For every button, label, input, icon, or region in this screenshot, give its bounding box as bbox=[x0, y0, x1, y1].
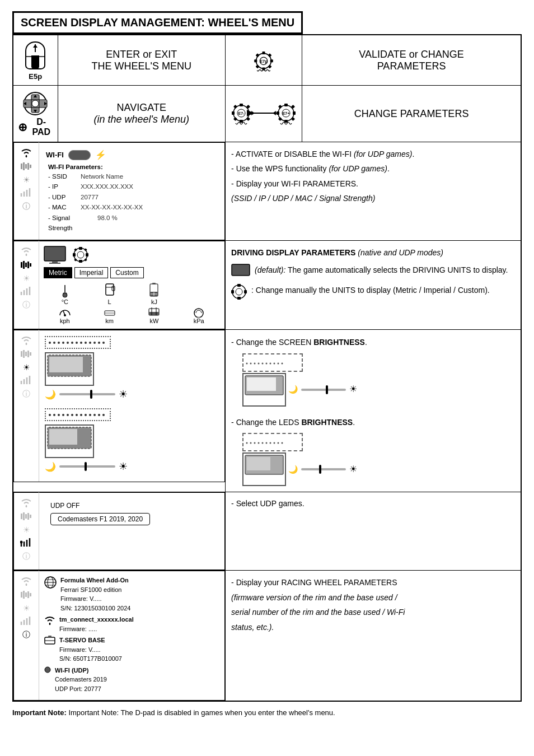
info-wheel-text: Formula Wheel Add-On Ferrari SF1000 edit… bbox=[60, 576, 130, 613]
leds-slider-bg bbox=[59, 465, 115, 468]
svg-point-48 bbox=[26, 254, 27, 256]
svg-point-120 bbox=[89, 414, 91, 416]
validate-change-desc: VALIDATE or CHANGEPARAMETERS bbox=[302, 35, 521, 86]
svg-rect-21 bbox=[240, 104, 243, 106]
svg-text:E7p: E7p bbox=[260, 59, 268, 64]
screen-brightness-svg bbox=[47, 354, 92, 384]
udp-status-label: UDP OFF bbox=[50, 502, 213, 510]
svg-rect-110 bbox=[49, 357, 83, 372]
icon-signal bbox=[18, 188, 34, 198]
moon-icon-leds: 🌙 bbox=[45, 461, 56, 472]
tab-custom[interactable]: Custom bbox=[110, 267, 143, 278]
info-row-servo: T-SERVO BASE Firmware: V..... S/N: 650T1… bbox=[44, 636, 220, 664]
tab-imperial[interactable]: Imperial bbox=[74, 267, 109, 278]
svg-point-121 bbox=[93, 414, 96, 416]
driving-desc-3: : Change manually the UNITS to display (… bbox=[251, 284, 490, 296]
svg-point-98 bbox=[58, 342, 60, 344]
bright-icon-sun: ☀ bbox=[18, 363, 34, 372]
leds-slider-handle[interactable] bbox=[85, 462, 87, 471]
info-row-wifi: tm_connect_xxxxxx.local Firmware: ..... bbox=[44, 615, 220, 633]
wifi-label: WI-FI bbox=[46, 151, 64, 159]
svg-point-126 bbox=[246, 362, 248, 364]
driving-icon-brightness: ☀ bbox=[18, 274, 34, 283]
param-ip: - IP XXX.XXX.XX.XXX bbox=[48, 181, 218, 192]
svg-rect-33 bbox=[284, 104, 288, 106]
svg-point-42 bbox=[26, 156, 27, 157]
svg-rect-63 bbox=[74, 249, 77, 252]
udp-inner-table: ☀ ⓘ bbox=[13, 492, 225, 570]
svg-rect-52 bbox=[27, 262, 29, 268]
wifi-toggle[interactable] bbox=[68, 150, 91, 160]
svg-rect-61 bbox=[73, 253, 76, 256]
info-servo-text: T-SERVO BASE Firmware: V..... S/N: 650T1… bbox=[59, 636, 122, 664]
brightness-inner-row: ☀ ⓘ bbox=[14, 330, 225, 482]
svg-rect-125 bbox=[49, 429, 77, 445]
unit-energy: kJ bbox=[133, 283, 176, 305]
svg-rect-158 bbox=[21, 592, 22, 598]
right-leds-preview-box bbox=[242, 452, 286, 486]
svg-rect-59 bbox=[79, 247, 82, 250]
svg-point-106 bbox=[93, 342, 96, 344]
unit-fuel: L bbox=[88, 283, 131, 305]
svg-rect-149 bbox=[247, 457, 270, 470]
bright-icon-info: ⓘ bbox=[18, 389, 34, 399]
svg-point-114 bbox=[62, 414, 64, 416]
unit-temp: °C bbox=[44, 283, 86, 305]
wifi-params-title: WI-FI Parameters: bbox=[48, 164, 218, 170]
unit-power: kW bbox=[133, 307, 176, 324]
svg-point-128 bbox=[254, 362, 256, 364]
svg-point-157 bbox=[26, 584, 27, 586]
tab-metric[interactable]: Metric bbox=[44, 267, 72, 278]
globe-icon bbox=[44, 576, 57, 592]
svg-rect-49 bbox=[21, 262, 22, 268]
driving-left-panel: ☀ ⓘ bbox=[13, 241, 226, 330]
svg-point-144 bbox=[270, 442, 271, 444]
udp-side-icons: ☀ ⓘ bbox=[14, 493, 39, 570]
udp-game-selector[interactable]: Codemasters F1 2019, 2020 bbox=[50, 513, 150, 525]
info-section-content: Formula Wheel Add-On Ferrari SF1000 edit… bbox=[44, 576, 220, 693]
svg-rect-83 bbox=[232, 264, 250, 276]
slider-bg bbox=[59, 393, 115, 395]
svg-rect-154 bbox=[27, 513, 29, 520]
e5p-svg bbox=[20, 40, 50, 72]
info-udp-wifi-text: WI-FI (UDP) Codemasters 2019 UDP Port: 2… bbox=[55, 666, 107, 694]
info-icon-wifi bbox=[18, 576, 34, 587]
right-screen-preview-box bbox=[242, 373, 286, 407]
svg-rect-62 bbox=[86, 253, 88, 256]
info-desc-1: - Display your RACING WHEEL PARAMETERS bbox=[231, 576, 515, 589]
unit-tabs: Metric Imperial Custom bbox=[44, 267, 220, 278]
enter-exit-desc: ENTER or EXITTHE WHEEL'S MENU bbox=[58, 35, 226, 86]
svg-point-139 bbox=[250, 442, 252, 444]
svg-point-127 bbox=[250, 362, 252, 364]
svg-point-113 bbox=[58, 414, 60, 416]
right-leds-moon-icon: 🌙 bbox=[288, 463, 298, 477]
info-right-panel: - Display your RACING WHEEL PARAMETERS (… bbox=[226, 571, 521, 702]
e7p-gear-svg: E7p bbox=[249, 46, 278, 75]
param-signal: - Signal Strength 98.0 % bbox=[48, 213, 218, 234]
dpad-label: ⊕ D-PAD bbox=[18, 117, 53, 137]
e5p-label: E5p bbox=[29, 72, 42, 81]
bright-icon-wifi bbox=[18, 335, 34, 347]
svg-point-100 bbox=[67, 342, 69, 344]
svg-point-134 bbox=[278, 362, 279, 364]
svg-rect-35 bbox=[277, 111, 279, 115]
info-icon-info: ⓘ bbox=[18, 630, 34, 640]
brightness-side-icons: ☀ ⓘ bbox=[14, 330, 39, 482]
udp-icon-sun: ☀ bbox=[18, 525, 34, 534]
svg-rect-47 bbox=[30, 165, 31, 168]
servo-icon bbox=[44, 636, 56, 648]
info-row-udp-wifi: WI-FI (UDP) Codemasters 2019 UDP Port: 2… bbox=[44, 666, 220, 694]
svg-rect-151 bbox=[21, 514, 22, 519]
svg-rect-37 bbox=[278, 105, 282, 109]
icon-equalizer bbox=[18, 162, 34, 172]
info-row-wheel: Formula Wheel Add-On Ferrari SF1000 edit… bbox=[44, 576, 220, 613]
svg-point-138 bbox=[246, 442, 248, 444]
right-leds-brightness-preview: 🌙 ☀ bbox=[242, 433, 515, 486]
e7p-cell: E7p bbox=[226, 35, 302, 86]
slider-handle[interactable] bbox=[90, 390, 92, 399]
dpad-cell: ⊕ D-PAD bbox=[13, 86, 58, 142]
wifi-bolt-icon: ⚡ bbox=[95, 150, 106, 160]
sun-icon-leds: ☀ bbox=[119, 460, 128, 473]
driving-desc-1: DRIVING DISPLAY PARAMETERS (native and U… bbox=[231, 246, 515, 259]
udp-right-panel: - Select UDP games. bbox=[226, 492, 521, 571]
